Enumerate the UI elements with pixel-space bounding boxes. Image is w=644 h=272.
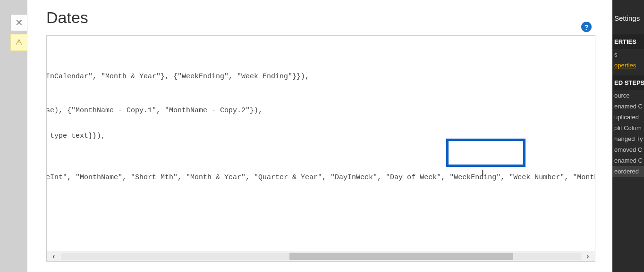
code-line: se), {"MonthName - Copy.1", "MonthName -… (46, 107, 595, 115)
page-title: Dates (46, 8, 595, 27)
scroll-thumb[interactable] (289, 253, 513, 260)
code-line: InCalendar", "Month & Year"}, {"WeekEndi… (46, 73, 595, 81)
name-row: s (612, 49, 644, 60)
step-item[interactable]: enamed C (612, 101, 644, 112)
warning-icon: ⚠ (10, 34, 27, 51)
applied-steps-header: ED STEPS (612, 75, 644, 90)
horizontal-scrollbar[interactable]: ‹ › (47, 251, 595, 261)
help-icon[interactable]: ? (581, 22, 592, 32)
scroll-left-button[interactable]: ‹ (47, 251, 61, 262)
all-properties-link[interactable]: operties (612, 60, 644, 71)
text-cursor-icon: I (481, 168, 484, 179)
step-item[interactable]: eordered (612, 166, 644, 177)
step-item[interactable]: uplicated (612, 112, 644, 123)
code-editor[interactable]: InCalendar", "Month & Year"}, {"WeekEndi… (46, 35, 595, 262)
advanced-editor-panel: Dates ? InCalendar", "Month & Year"}, {"… (27, 0, 612, 272)
step-item[interactable]: emoved C (612, 144, 644, 155)
code-line: eInt", "MonthName", "Short Mth", "Month … (46, 173, 595, 182)
step-item[interactable]: enamed C (612, 155, 644, 166)
scroll-right-button[interactable]: › (581, 251, 595, 262)
settings-header: Settings (612, 0, 644, 26)
close-button[interactable]: ✕ (10, 14, 27, 31)
code-content[interactable]: InCalendar", "Month & Year"}, {"WeekEndi… (47, 36, 595, 199)
step-item[interactable]: plit Colum (612, 123, 644, 133)
scroll-track[interactable] (61, 253, 581, 260)
query-settings-panel: Settings ERTIES s operties ED STEPS ourc… (612, 0, 644, 272)
code-line: type text}}), (46, 132, 595, 140)
properties-header: ERTIES (612, 34, 644, 49)
step-item[interactable]: ource (612, 90, 644, 101)
left-sidebar: ✕ ⚠ (0, 0, 27, 272)
step-item[interactable]: hanged Ty (612, 133, 644, 144)
